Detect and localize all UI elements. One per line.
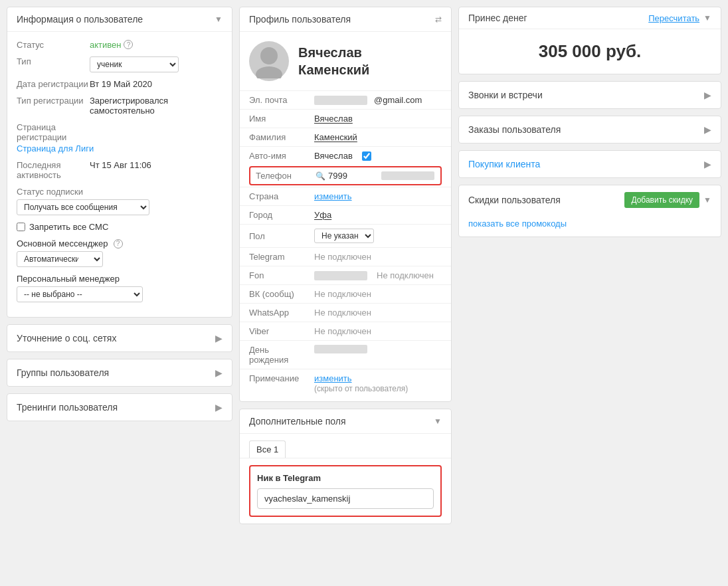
type-select[interactable]: ученик учитель администратор	[90, 56, 179, 72]
sms-checkbox[interactable]	[17, 223, 25, 231]
social-section-label: Уточнение о соц. сетях	[17, 333, 116, 343]
last-activity-label: Последняя активность	[17, 160, 90, 180]
svg-point-1	[256, 66, 282, 78]
purchases-chevron-icon: ▶	[704, 159, 711, 169]
subscription-label: Статус подписки	[17, 187, 90, 197]
last-activity-value: Чт 15 Авг 11:06	[90, 160, 151, 180]
autoname-value: Вячеслав	[314, 151, 353, 161]
calls-btn[interactable]: Звонки и встречи ▶	[458, 81, 721, 109]
trainings-section-btn[interactable]: Тренинги пользователя ▶	[7, 393, 232, 421]
user-info-chevron: ▼	[215, 15, 223, 24]
email-domain: @gmail.com	[374, 95, 422, 105]
email-blur	[314, 96, 367, 105]
svg-point-0	[260, 47, 278, 64]
telegram-label: Telegram	[249, 252, 309, 262]
autoname-checkbox[interactable]	[362, 151, 371, 161]
reg-date-label: Дата регистрации	[17, 79, 90, 89]
birthday-label: День рождения	[249, 345, 309, 365]
vk-msg-value: Не подключен	[314, 289, 371, 299]
gender-label: Пол	[249, 231, 309, 241]
note-label: Примечание	[249, 373, 309, 383]
whatsapp-value: Не подключен	[314, 308, 371, 318]
manager-label: Персональный менеджер	[17, 274, 223, 284]
calls-label: Звонки и встречи	[468, 90, 543, 100]
orders-btn[interactable]: Заказы пользователя ▶	[458, 116, 721, 144]
money-title: Принес денег	[468, 13, 527, 23]
additional-title: Дополнительные поля	[249, 416, 346, 427]
status-help-icon: ?	[124, 40, 133, 49]
groups-section-btn[interactable]: Группы пользователя ▶	[7, 359, 232, 387]
trainings-chevron-icon: ▶	[215, 402, 223, 413]
profile-title: Профиль пользователя	[249, 14, 351, 25]
purchases-btn[interactable]: Покупки клиента ▶	[458, 150, 721, 178]
country-label: Страна	[249, 191, 309, 201]
phone-input[interactable]	[328, 171, 381, 181]
sms-label: Запретить все СМС	[29, 222, 108, 232]
city-value: Уфа	[314, 210, 331, 220]
note-hidden: (скрыто от пользователя)	[314, 384, 408, 393]
whatsapp-label: WhatsApp	[249, 308, 309, 318]
viber-label: Viber	[249, 326, 309, 336]
country-change-link[interactable]: изменить	[314, 191, 352, 201]
status-value: активен	[90, 40, 121, 50]
promo-link[interactable]: показать все промокоды	[468, 219, 567, 229]
status-label: Статус	[17, 40, 90, 50]
city-label: Город	[249, 210, 309, 220]
purchases-label: Покупки клиента	[468, 159, 540, 169]
money-card: Принес денег Пересчитать ▼ 305 000 руб.	[458, 7, 721, 74]
phone-label: Телефон	[256, 171, 316, 181]
name-label: Имя	[249, 114, 309, 124]
messenger-label: Основной мессенджер	[17, 239, 108, 248]
name-value: Вячеслав	[314, 114, 353, 124]
social-chevron-icon: ▶	[215, 333, 223, 343]
messenger-help-icon: ?	[114, 239, 123, 248]
search-icon: 🔍	[316, 171, 325, 181]
recalc-link[interactable]: Пересчитать	[648, 13, 699, 23]
messenger-select[interactable]: Автоматически Telegram WhatsApp Viber	[17, 251, 103, 267]
reg-page-label: Страница регистрации	[17, 122, 90, 142]
surname-label: Фамилия	[249, 132, 309, 142]
gender-select[interactable]: Не указан Мужской Женский	[314, 229, 374, 243]
reg-type-value: Зарегистрировался самостоятельно	[90, 96, 223, 116]
profile-full-name: Вячеслав Каменский	[298, 44, 369, 78]
groups-section-label: Группы пользователя	[17, 367, 109, 378]
profile-chevron-icon: ⇄	[435, 15, 442, 24]
money-header-chevron-icon: ▼	[703, 13, 711, 23]
telegram-value: Не подключен	[314, 252, 371, 262]
orders-label: Заказы пользователя	[468, 124, 561, 135]
money-value: 305 000 руб.	[459, 29, 721, 74]
birthday-blur	[314, 345, 367, 353]
avatar	[249, 41, 289, 81]
viber-value: Не подключен	[314, 326, 371, 336]
orders-chevron-icon: ▶	[704, 124, 711, 135]
vk-msg-label: ВК (сообщ)	[249, 289, 309, 299]
telegram-nick-input[interactable]	[257, 488, 434, 509]
calls-chevron-icon: ▶	[704, 90, 711, 100]
discounts-label: Скидки пользователя	[468, 195, 561, 205]
fon-blur	[314, 271, 367, 280]
note-change-link[interactable]: изменить	[314, 373, 352, 383]
user-info-title: Информация о пользователе	[17, 14, 143, 25]
tab-all[interactable]: Все 1	[249, 440, 286, 458]
manager-select[interactable]: -- не выбрано --	[17, 286, 143, 302]
telegram-nick-label: Ник в Telegram	[257, 473, 434, 483]
surname-value: Каменский	[314, 132, 357, 142]
email-label: Эл. почта	[249, 95, 309, 105]
telegram-nick-container: Ник в Telegram	[249, 465, 442, 517]
subscription-select[interactable]: Получать все сообщения Не получать Тольк…	[17, 199, 149, 215]
reg-page-link[interactable]: Страница для Лиги	[17, 144, 223, 153]
groups-chevron-icon: ▶	[215, 367, 223, 378]
social-section-btn[interactable]: Уточнение о соц. сетях ▶	[7, 324, 232, 352]
trainings-section-label: Тренинги пользователя	[17, 402, 118, 413]
type-label: Тип	[17, 56, 90, 72]
discounts-chevron-icon: ▼	[703, 195, 711, 205]
discounts-card: Скидки пользователя Добавить скидку ▼ по…	[458, 185, 721, 237]
reg-date-value: Вт 19 Май 2020	[90, 79, 152, 89]
fon-label: Fon	[249, 270, 309, 280]
additional-chevron-icon: ▼	[434, 417, 442, 426]
autoname-label: Авто-имя	[249, 151, 309, 161]
phone-blur	[381, 171, 434, 180]
add-discount-button[interactable]: Добавить скидку	[624, 192, 699, 208]
fon-value: Не подключен	[377, 270, 434, 280]
reg-type-label: Тип регистрации	[17, 96, 90, 116]
